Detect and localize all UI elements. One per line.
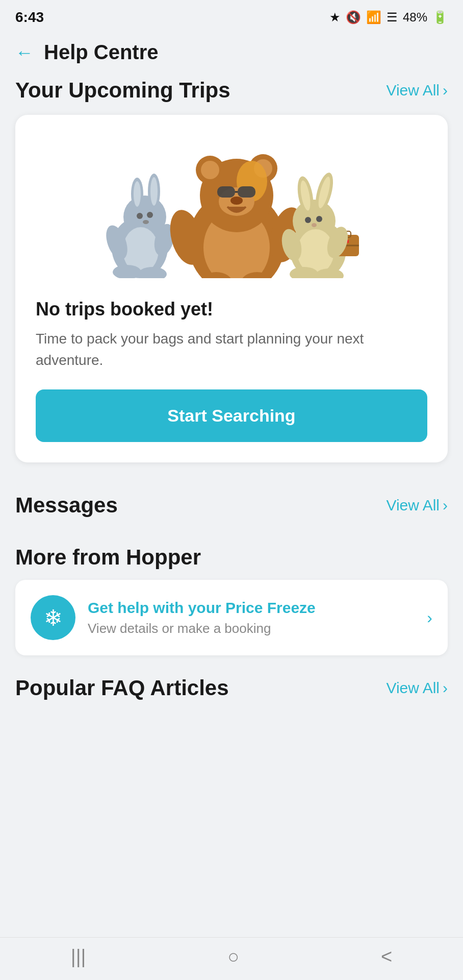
messages-section: Messages View All › [0, 478, 463, 535]
page-title: Help Centre [44, 41, 159, 64]
price-freeze-icon: ❄ [31, 595, 75, 640]
wifi-icon: 📶 [366, 10, 381, 24]
svg-point-8 [143, 220, 149, 224]
status-bar: 6:43 ★ 🔇 📶 ☰ 48% 🔋 [0, 0, 463, 31]
svg-point-6 [137, 213, 143, 219]
start-searching-button[interactable]: Start Searching [36, 389, 427, 442]
status-icons: ★ 🔇 📶 ☰ 48% 🔋 [329, 10, 448, 24]
messages-header: Messages View All › [15, 493, 448, 518]
price-freeze-description: View details or make a booking [88, 621, 415, 636]
messages-chevron-icon: › [443, 497, 448, 514]
price-freeze-content: Get help with your Price Freeze View det… [88, 599, 415, 636]
bottom-navigation: ||| ○ < [0, 937, 463, 980]
svg-point-5 [150, 177, 158, 206]
gray-rabbit [102, 174, 177, 278]
header: ← Help Centre [0, 31, 463, 78]
upcoming-trips-view-all[interactable]: View All › [386, 82, 448, 99]
upcoming-trips-card: No trips booked yet! Time to pack your b… [15, 115, 448, 462]
messages-title: Messages [15, 493, 118, 518]
back-button[interactable]: ← [15, 42, 34, 63]
svg-point-37 [305, 217, 311, 223]
snowflake-icon: ❄ [44, 605, 63, 631]
status-time: 6:43 [15, 9, 44, 26]
upcoming-trips-title: Your Upcoming Trips [15, 78, 230, 103]
faq-header: Popular FAQ Articles View All › [15, 676, 448, 700]
svg-rect-24 [238, 186, 255, 198]
svg-point-3 [134, 181, 141, 207]
battery-icon: 🔋 [432, 10, 448, 24]
more-from-hopper-section: More from Hopper ❄ Get help with your Pr… [0, 535, 463, 666]
more-from-hopper-title: More from Hopper [15, 545, 448, 570]
svg-point-38 [316, 216, 322, 222]
price-freeze-chevron-icon: › [427, 608, 432, 627]
nav-back-icon[interactable]: < [381, 946, 392, 968]
signal-icon: ☰ [387, 10, 398, 24]
popular-faq-section: Popular FAQ Articles View All › [0, 666, 463, 718]
faq-chevron-icon: › [443, 679, 448, 697]
nav-menu-icon[interactable]: ||| [71, 946, 86, 968]
svg-point-18 [201, 161, 219, 179]
svg-point-39 [312, 223, 317, 227]
no-trips-description: Time to pack your bags and start plannin… [36, 328, 427, 371]
brown-bear [165, 154, 308, 278]
price-freeze-title: Get help with your Price Freeze [88, 599, 415, 617]
svg-point-26 [230, 197, 243, 205]
svg-point-7 [147, 212, 153, 218]
animals-illustration [36, 135, 427, 278]
chevron-right-icon: › [443, 82, 448, 99]
messages-view-all[interactable]: View All › [386, 497, 448, 514]
nav-home-icon[interactable]: ○ [227, 946, 239, 968]
mute-icon: 🔇 [346, 10, 361, 24]
price-freeze-card[interactable]: ❄ Get help with your Price Freeze View d… [15, 580, 448, 655]
upcoming-trips-section: Your Upcoming Trips View All › [0, 78, 463, 478]
bluetooth-icon: ★ [329, 10, 341, 24]
battery-text: 48% [403, 10, 427, 24]
faq-view-all[interactable]: View All › [386, 679, 448, 697]
no-trips-title: No trips booked yet! [36, 299, 427, 320]
svg-rect-23 [217, 186, 235, 198]
upcoming-trips-header: Your Upcoming Trips View All › [15, 78, 448, 103]
faq-title: Popular FAQ Articles [15, 676, 229, 700]
